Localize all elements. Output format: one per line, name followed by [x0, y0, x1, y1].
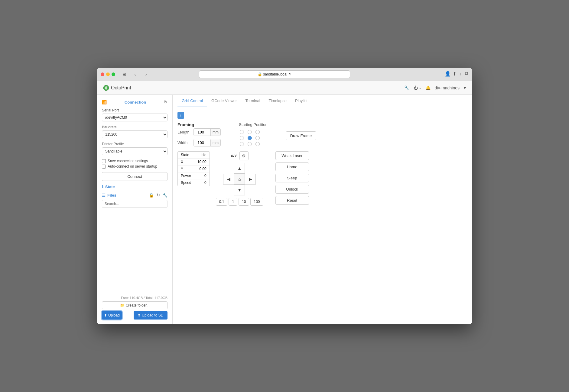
- tab-timelapse[interactable]: Timelapse: [265, 95, 291, 107]
- files-wrench-icon[interactable]: 🔧: [162, 193, 167, 198]
- auto-connect-checkbox[interactable]: [102, 165, 106, 169]
- dir-row-top: ▲: [216, 163, 263, 174]
- position-radio-1-1[interactable]: [248, 136, 252, 140]
- main-content: 📶 Connection ↻ Serial Port /dev/ttyACM0 …: [97, 95, 472, 324]
- auto-connect-label[interactable]: Auto-connect on server startup: [102, 164, 167, 169]
- baudrate-select[interactable]: 115200: [102, 130, 167, 138]
- refresh-icon[interactable]: ↻: [288, 72, 291, 76]
- serial-port-select[interactable]: /dev/ttyACM0: [102, 114, 167, 121]
- unlock-button[interactable]: Unlock: [275, 185, 309, 194]
- url-bar[interactable]: 🔒 sandtable.local ↻: [199, 70, 350, 78]
- files-header: ☰ Files 🔒 ↻ 🔧: [102, 193, 167, 198]
- move-right-button[interactable]: ▶: [245, 174, 256, 185]
- step-0.1-button[interactable]: 0.1: [216, 198, 228, 206]
- user-menu[interactable]: diy-machines: [435, 85, 460, 90]
- position-radio-2-0[interactable]: [240, 142, 244, 146]
- state-value: Idle: [194, 152, 210, 159]
- step-1-button[interactable]: 1: [229, 198, 237, 206]
- move-up-button[interactable]: ▲: [234, 163, 245, 174]
- width-input-wrap: mm: [193, 139, 221, 146]
- upload-icon: ⬆: [104, 313, 107, 317]
- close-button[interactable]: [101, 72, 104, 76]
- direction-controls: ▲ ◀ ⌂ ▶ ▼: [216, 163, 263, 195]
- files-list: [102, 210, 167, 294]
- files-refresh-icon[interactable]: ↻: [156, 193, 160, 198]
- tab-grbl-control[interactable]: Grbl Control: [177, 95, 207, 107]
- xy-header: X/Y ⚙: [216, 151, 263, 160]
- nav-right: 🔧 ⏻ ▾ 🔔 diy-machines ▾: [404, 85, 466, 90]
- share-icon[interactable]: ⬆: [453, 71, 457, 77]
- storage-info: Free: 110.4GB / Total: 117.0GB: [102, 296, 167, 300]
- url-icon: 🔒: [258, 72, 262, 76]
- move-home-button[interactable]: ⌂: [234, 174, 245, 185]
- baudrate-label: Baudrate: [102, 125, 167, 129]
- serial-port-group: Serial Port /dev/ttyACM0: [102, 108, 167, 121]
- step-10-button[interactable]: 10: [239, 198, 249, 206]
- x-row: X 10.00: [178, 159, 210, 165]
- draw-frame-wrap: Draw Frame: [286, 122, 317, 146]
- position-radio-0-0[interactable]: [240, 130, 244, 134]
- draw-frame-button[interactable]: Draw Frame: [286, 131, 317, 140]
- tab-gcode-viewer[interactable]: GCode Viewer: [207, 95, 241, 107]
- tab-playlist[interactable]: Playlist: [291, 95, 312, 107]
- upload-button-wrap: ⬆ Upload: [102, 311, 132, 320]
- minimize-button[interactable]: [106, 72, 110, 76]
- xy-settings-button[interactable]: ⚙: [239, 151, 249, 160]
- connection-refresh-icon[interactable]: ↻: [164, 100, 167, 104]
- width-input[interactable]: [194, 139, 210, 146]
- position-radio-1-0[interactable]: [240, 136, 244, 140]
- position-radio-1-2[interactable]: [255, 136, 260, 140]
- width-row: Width mm: [177, 139, 221, 146]
- starting-position-section: Starting Position: [239, 122, 268, 146]
- position-radio-2-2[interactable]: [255, 142, 260, 146]
- save-connection-checkbox[interactable]: [102, 159, 106, 163]
- account-icon[interactable]: 👤: [445, 71, 451, 77]
- power-icon[interactable]: ⏻ ▾: [414, 85, 421, 90]
- length-input-wrap: mm: [193, 128, 221, 136]
- position-radio-0-2[interactable]: [255, 130, 260, 134]
- state-table-wrap: State Idle X 10.00 Y 0.00: [177, 151, 210, 186]
- xy-controls: X/Y ⚙ ▲ ◀ ⌂ ▶: [216, 151, 263, 206]
- power-label: Power: [178, 172, 194, 179]
- files-lock-icon[interactable]: 🔒: [149, 193, 154, 198]
- position-radio-0-1[interactable]: [248, 130, 252, 134]
- new-tab-icon[interactable]: ＋: [458, 71, 463, 77]
- back-button[interactable]: ‹: [131, 71, 139, 78]
- reset-button[interactable]: Reset: [275, 196, 309, 205]
- sidebar-toggle-button[interactable]: ⊞: [120, 71, 128, 78]
- y-row: Y 0.00: [178, 165, 210, 172]
- length-label: Length: [177, 130, 191, 134]
- connect-button[interactable]: Connect: [102, 172, 167, 181]
- position-radio-2-1[interactable]: [248, 142, 252, 146]
- upload-sd-button[interactable]: ⬆ Upload to SD: [134, 311, 168, 320]
- tabs-icon[interactable]: ⧉: [465, 71, 468, 77]
- logo-text: OctoPrint: [111, 85, 131, 91]
- sleep-button[interactable]: Sleep: [275, 174, 309, 182]
- weak-laser-button[interactable]: Weak Laser: [275, 151, 309, 160]
- create-folder-button[interactable]: 📁 Create folder...: [102, 301, 167, 309]
- maximize-button[interactable]: [112, 72, 115, 76]
- bell-icon[interactable]: 🔔: [425, 85, 431, 90]
- save-connection-label[interactable]: Save connection settings: [102, 159, 167, 163]
- home-button[interactable]: Home: [275, 162, 309, 171]
- files-footer: Free: 110.4GB / Total: 117.0GB 📁 Create …: [102, 296, 167, 320]
- forward-button[interactable]: ›: [142, 71, 150, 78]
- files-search-input[interactable]: [102, 200, 167, 208]
- xy-label: X/Y: [231, 154, 237, 158]
- connection-icon: 📶: [102, 100, 107, 104]
- length-input[interactable]: [194, 129, 210, 136]
- panel-content: i Framing Length mm: [173, 107, 472, 324]
- speed-row: Speed 0: [178, 179, 210, 186]
- move-left-button[interactable]: ◀: [223, 174, 234, 185]
- printer-profile-select[interactable]: SandTable: [102, 147, 167, 155]
- move-down-button[interactable]: ▼: [234, 185, 245, 195]
- user-dropdown-icon[interactable]: ▾: [464, 85, 466, 90]
- step-100-button[interactable]: 100: [250, 198, 263, 206]
- y-value: 0.00: [194, 165, 210, 172]
- sidebar: 📶 Connection ↻ Serial Port /dev/ttyACM0 …: [97, 95, 173, 324]
- tab-terminal[interactable]: Terminal: [241, 95, 264, 107]
- length-unit: mm: [210, 129, 220, 136]
- upload-button[interactable]: ⬆ Upload: [102, 311, 122, 320]
- wrench-icon[interactable]: 🔧: [404, 85, 409, 90]
- x-label: X: [178, 159, 194, 165]
